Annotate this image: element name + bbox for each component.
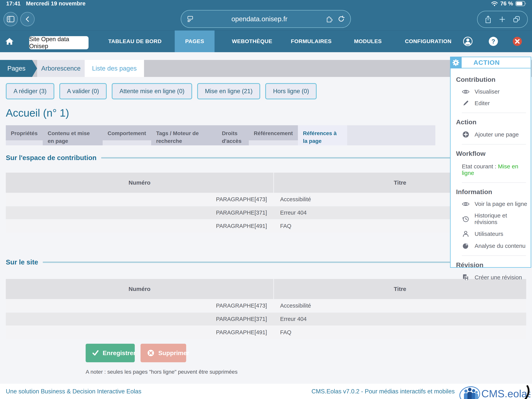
panel-item-label: Utilisateurs <box>475 231 503 237</box>
cell-numero: PARAGRAPHE[473] <box>6 299 273 312</box>
share-button[interactable] <box>485 15 492 23</box>
table-header-row: Numéro Titre <box>6 173 526 193</box>
cms-eolas-logo[interactable]: CMS.eolas Pour médias interactifs et mob… <box>459 385 531 399</box>
help-button[interactable]: ? <box>488 36 498 46</box>
create-revision-icon <box>462 274 469 281</box>
pie-chart-icon <box>462 242 469 249</box>
status-left: 17:41 Mercredi 19 novembre <box>6 0 85 7</box>
gear-button[interactable] <box>450 57 462 69</box>
page-settings-icon[interactable] <box>187 16 194 22</box>
plus-circle-icon <box>462 131 469 138</box>
cell-numero: PARAGRAPHE[491] <box>6 326 273 339</box>
delete-label: Supprimer <box>158 349 189 357</box>
user-icon <box>463 36 473 46</box>
user-profile-button[interactable] <box>463 36 473 46</box>
sidebar-icon <box>7 16 14 22</box>
filter-a-rediger[interactable]: A rédiger (3) <box>6 83 54 99</box>
help-icon: ? <box>488 36 498 46</box>
table-row: PARAGRAPHE[371] Erreur 404 <box>6 312 526 326</box>
tab-tags-moteur-de-recherche[interactable]: Tags / Moteur de recherche <box>151 125 217 145</box>
history-icon <box>462 215 469 222</box>
action-panel-body: Contribution Visualiser Editer Action Aj… <box>451 69 531 281</box>
panel-item-voir-la-page-en-ligne[interactable]: Voir la page en ligne <box>462 201 531 207</box>
tab-droits-dacces[interactable]: Droits d'accès <box>217 125 249 145</box>
page-tabs: Propriétés Contenu et mise en page Compo… <box>6 125 435 145</box>
nav-item-modules[interactable]: MODULES <box>347 31 389 52</box>
column-header-numero: Numéro <box>6 279 273 299</box>
status-right: 76 % <box>491 0 526 7</box>
table-row: PARAGRAPHE[473] Accessibilité <box>6 193 526 206</box>
panel-item-historique-et-revisions[interactable]: Historique et révisions <box>462 212 531 225</box>
filter-hors-ligne[interactable]: Hors ligne (0) <box>265 83 317 99</box>
action-panel-header: ACTION <box>451 57 531 69</box>
panel-heading-action: Action <box>456 118 531 126</box>
home-button[interactable] <box>5 37 14 45</box>
nav-item-webotheque[interactable]: WEBOTHÈQUE <box>225 31 279 52</box>
panel-item-creer-une-revision[interactable]: Créer une révision <box>462 274 531 281</box>
cell-titre: Erreur 404 <box>273 312 526 326</box>
table-row: PARAGRAPHE[473] Accessibilité <box>6 299 526 312</box>
panel-item-analyse-du-contenu[interactable]: Analyse du contenu <box>462 242 531 249</box>
footer-credit-link[interactable]: Une solution Business & Decision Interac… <box>6 388 141 395</box>
tab-proprietes[interactable]: Propriétés <box>6 125 43 140</box>
cell-numero: PARAGRAPHE[491] <box>6 219 273 233</box>
logo-text: CMS.eolas <box>481 388 531 399</box>
breadcrumb-root-pages[interactable]: Pages <box>0 60 37 77</box>
save-label: Enregistrer <box>103 349 136 357</box>
tab-contenu-et-mise-en-page[interactable]: Contenu et mise en page <box>43 125 103 145</box>
url-text[interactable]: opendata.onisep.fr <box>194 15 325 23</box>
new-tab-button[interactable] <box>499 16 506 23</box>
browser-toolbar: opendata.onisep.fr <box>0 7 532 31</box>
footer: Une solution Business & Decision Interac… <box>0 384 532 399</box>
tab-comportement[interactable]: Comportement <box>103 125 151 140</box>
address-bar[interactable]: opendata.onisep.fr <box>181 10 351 28</box>
delete-button[interactable]: Supprimer <box>140 344 186 362</box>
back-button[interactable] <box>20 12 35 26</box>
panel-item-label: Analyse du contenu <box>475 243 526 249</box>
save-button[interactable]: Enregistrer <box>86 344 135 362</box>
table-header-row: Numéro Titre <box>6 279 526 299</box>
column-header-numero: Numéro <box>6 173 273 193</box>
section-title: Sur l'espace de contribution <box>6 154 96 162</box>
action-panel-title: ACTION <box>473 59 500 66</box>
panel-item-utilisateurs[interactable]: Utilisateurs <box>462 230 531 237</box>
page-title: Accueil (n° 1) <box>6 107 69 119</box>
sidebar-toggle-button[interactable] <box>3 12 18 26</box>
nav-item-configuration[interactable]: CONFIGURATION <box>398 31 459 52</box>
nav-item-tableau-de-bord[interactable]: TABLEAU DE BORD <box>101 31 169 52</box>
footer-version-text: CMS.Eolas v7.0.2 - Pour médias interacti… <box>311 388 455 395</box>
tab-referencement[interactable]: Référencement <box>249 125 298 140</box>
nav-item-formulaires[interactable]: FORMULAIRES <box>284 31 339 52</box>
filter-mise-en-ligne[interactable]: Mise en ligne (21) <box>197 83 260 99</box>
extensions-icon[interactable] <box>325 15 333 23</box>
breadcrumb-tab-liste-des-pages[interactable]: Liste des pages <box>85 60 144 77</box>
panel-item-label: Ajouter une page <box>475 131 519 138</box>
panel-item-label: Visualiser <box>475 88 500 95</box>
close-button[interactable] <box>512 36 522 46</box>
references-table-site: Numéro Titre PARAGRAPHE[473] Accessibili… <box>6 279 526 339</box>
tab-references-a-la-page[interactable]: Références à la page <box>298 125 347 145</box>
form-actions: Enregistrer Supprimer <box>86 344 186 362</box>
battery-percent: 76 % <box>500 0 513 7</box>
reload-icon[interactable] <box>338 15 345 22</box>
panel-item-editer[interactable]: Editer <box>462 100 531 107</box>
site-name-pill[interactable]: Site Open data Onisep <box>29 36 89 49</box>
table-row: PARAGRAPHE[491] FAQ <box>6 326 526 339</box>
panel-item-visualiser[interactable]: Visualiser <box>462 88 531 95</box>
workflow-state-label: Etat courant : <box>462 163 498 170</box>
home-icon <box>5 37 14 45</box>
nav-item-pages[interactable]: PAGES <box>175 31 215 52</box>
filter-a-valider[interactable]: A valider (0) <box>59 83 107 99</box>
chevron-left-icon <box>24 16 31 22</box>
filter-attente-mise-en-ligne[interactable]: Attente mise en ligne (0) <box>112 83 192 99</box>
x-circle-icon <box>147 349 154 357</box>
breadcrumb-tab-arborescence[interactable]: Arborescence <box>37 60 85 77</box>
table-row: PARAGRAPHE[371] Erreur 404 <box>6 206 526 219</box>
cell-numero: PARAGRAPHE[473] <box>6 193 273 206</box>
panel-item-ajouter-une-page[interactable]: Ajouter une page <box>462 131 531 138</box>
delete-note: A noter : seules les pages "hors ligne" … <box>86 369 238 375</box>
tabs-button[interactable] <box>513 16 520 23</box>
panel-heading-contribution: Contribution <box>456 76 531 83</box>
clock: 17:41 <box>6 0 20 7</box>
pencil-icon <box>462 100 469 106</box>
